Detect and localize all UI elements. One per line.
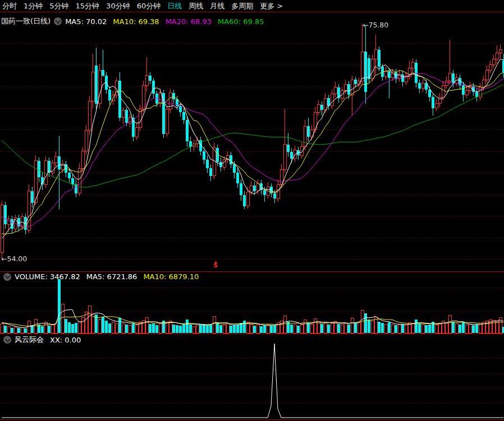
menu-item-30min[interactable]: 30分钟 xyxy=(106,1,130,11)
indicator-value: XX: 0.00 xyxy=(50,336,81,344)
menu-item-60min[interactable]: 60分钟 xyxy=(137,1,161,11)
high-price-label: ←75.80 xyxy=(363,21,388,29)
sell-marker-letter: S xyxy=(212,263,219,268)
indicator-title: 风云际会 xyxy=(15,335,44,345)
chart-canvas[interactable] xyxy=(0,0,504,421)
trading-app-window: 分时 1分钟 5分钟 15分钟 30分钟 60分钟 日线 周线 月线 多周期 更… xyxy=(0,0,504,421)
menu-item-monthly[interactable]: 月线 xyxy=(210,1,224,11)
legend-ma20: MA20: 68.93 xyxy=(166,17,212,26)
menu-item-multiperiod[interactable]: 多周期 xyxy=(231,1,253,11)
menu-item-weekly[interactable]: 周线 xyxy=(189,1,203,11)
menu-item-fenshi[interactable]: 分时 xyxy=(2,1,17,11)
volume-pane-header: VOLUME: 3467.82 MA5: 6721.86 MA10: 6879.… xyxy=(0,272,205,281)
period-menu-bar: 分时 1分钟 5分钟 15分钟 30分钟 60分钟 日线 周线 月线 多周期 更… xyxy=(0,0,504,12)
menu-item-15min[interactable]: 15分钟 xyxy=(76,1,100,11)
volume-value: VOLUME: 3467.82 xyxy=(15,272,80,281)
volume-ma5-value: MA5: 6721.86 xyxy=(86,272,138,281)
chevron-down-icon[interactable] xyxy=(3,273,11,281)
legend-ma60: MA60: 69.85 xyxy=(218,17,264,26)
menu-item-5min[interactable]: 5分钟 xyxy=(49,1,68,11)
menu-item-1min[interactable]: 1分钟 xyxy=(24,1,43,11)
legend-ma5: MA5: 70.02 xyxy=(65,17,107,26)
chevron-down-icon[interactable] xyxy=(54,17,62,25)
menu-item-more[interactable]: 更多 > xyxy=(260,1,283,11)
indicator-pane-header: 风云际会 XX: 0.00 xyxy=(0,335,87,345)
stock-title: 国药一致(日线) xyxy=(1,16,51,26)
legend-ma10: MA10: 69.38 xyxy=(113,17,159,26)
volume-ma10-value: MA10: 6879.10 xyxy=(143,272,199,281)
main-pane-header: 国药一致(日线) MA5: 70.02 MA10: 69.38 MA20: 68… xyxy=(1,16,270,26)
menu-item-daily[interactable]: 日线 xyxy=(167,1,182,11)
low-price-label: ←54.00 xyxy=(1,255,27,263)
chevron-down-icon[interactable] xyxy=(3,336,11,344)
sell-signal-marker: ▲ S xyxy=(212,260,219,268)
